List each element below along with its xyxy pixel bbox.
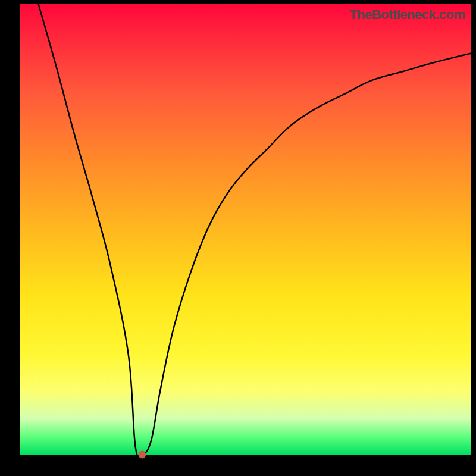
marker-dot: [138, 451, 146, 459]
chart-container: TheBottleneck.com: [0, 0, 476, 476]
bottleneck-curve-path: [38, 4, 471, 455]
curve-svg: [20, 4, 471, 455]
plot-area: TheBottleneck.com: [20, 4, 471, 455]
